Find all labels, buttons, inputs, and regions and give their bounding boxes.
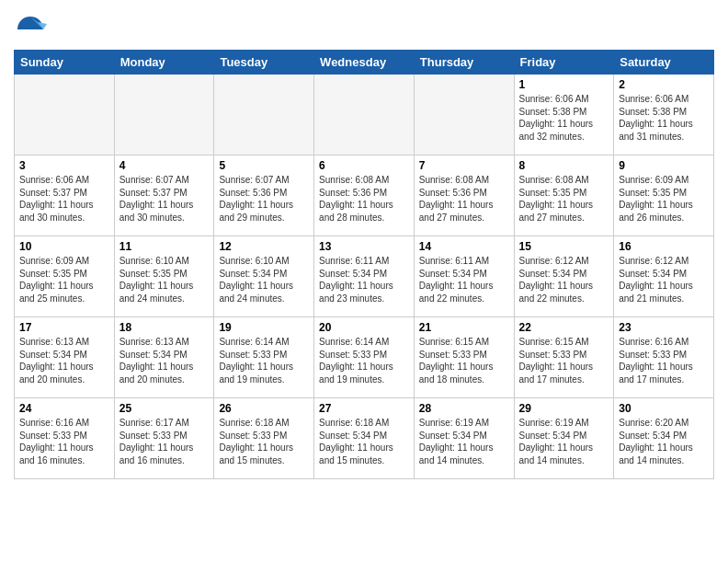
- weekday-header-thursday: Thursday: [414, 51, 514, 75]
- day-info: Sunrise: 6:08 AMSunset: 5:36 PMDaylight:…: [319, 174, 409, 224]
- day-cell: 26Sunrise: 6:18 AMSunset: 5:33 PMDayligh…: [214, 398, 314, 479]
- day-cell: 25Sunrise: 6:17 AMSunset: 5:33 PMDayligh…: [114, 398, 214, 479]
- day-cell: 7Sunrise: 6:08 AMSunset: 5:36 PMDaylight…: [414, 155, 514, 236]
- day-info: Sunrise: 6:06 AMSunset: 5:38 PMDaylight:…: [619, 93, 709, 143]
- day-info: Sunrise: 6:16 AMSunset: 5:33 PMDaylight:…: [619, 336, 709, 385]
- day-info: Sunrise: 6:06 AMSunset: 5:37 PMDaylight:…: [19, 174, 109, 224]
- day-cell: [114, 75, 214, 155]
- weekday-header-row: SundayMondayTuesdayWednesdayThursdayFrid…: [15, 51, 714, 75]
- day-number: 30: [619, 402, 709, 415]
- day-number: 2: [619, 78, 709, 91]
- day-info: Sunrise: 6:07 AMSunset: 5:37 PMDaylight:…: [119, 174, 210, 224]
- day-info: Sunrise: 6:11 AMSunset: 5:34 PMDaylight:…: [419, 255, 509, 304]
- day-number: 10: [19, 240, 109, 253]
- day-number: 26: [219, 402, 309, 415]
- day-cell: 3Sunrise: 6:06 AMSunset: 5:37 PMDaylight…: [15, 155, 115, 236]
- day-number: 9: [619, 159, 709, 172]
- calendar-table: SundayMondayTuesdayWednesdayThursdayFrid…: [14, 50, 714, 479]
- day-info: Sunrise: 6:19 AMSunset: 5:34 PMDaylight:…: [419, 417, 509, 466]
- calendar-page: SundayMondayTuesdayWednesdayThursdayFrid…: [0, 0, 728, 493]
- day-number: 14: [419, 240, 509, 253]
- day-number: 29: [519, 402, 609, 415]
- day-number: 4: [119, 159, 210, 172]
- day-info: Sunrise: 6:16 AMSunset: 5:33 PMDaylight:…: [19, 417, 109, 466]
- day-info: Sunrise: 6:14 AMSunset: 5:33 PMDaylight:…: [219, 336, 309, 385]
- day-cell: 21Sunrise: 6:15 AMSunset: 5:33 PMDayligh…: [414, 317, 514, 398]
- day-cell: 29Sunrise: 6:19 AMSunset: 5:34 PMDayligh…: [514, 398, 614, 479]
- day-number: 1: [519, 78, 609, 91]
- day-cell: 20Sunrise: 6:14 AMSunset: 5:33 PMDayligh…: [314, 317, 415, 398]
- day-cell: 11Sunrise: 6:10 AMSunset: 5:35 PMDayligh…: [114, 236, 214, 317]
- day-number: 13: [319, 240, 409, 253]
- day-cell: 5Sunrise: 6:07 AMSunset: 5:36 PMDaylight…: [214, 155, 314, 236]
- day-info: Sunrise: 6:15 AMSunset: 5:33 PMDaylight:…: [519, 336, 609, 385]
- day-info: Sunrise: 6:18 AMSunset: 5:34 PMDaylight:…: [319, 417, 409, 466]
- day-number: 18: [119, 321, 210, 334]
- day-cell: [414, 75, 514, 155]
- day-info: Sunrise: 6:10 AMSunset: 5:35 PMDaylight:…: [119, 255, 210, 304]
- day-cell: 6Sunrise: 6:08 AMSunset: 5:36 PMDaylight…: [314, 155, 415, 236]
- day-cell: 15Sunrise: 6:12 AMSunset: 5:34 PMDayligh…: [514, 236, 614, 317]
- day-number: 19: [219, 321, 309, 334]
- week-row-1: 1Sunrise: 6:06 AMSunset: 5:38 PMDaylight…: [15, 75, 714, 155]
- day-cell: 10Sunrise: 6:09 AMSunset: 5:35 PMDayligh…: [15, 236, 115, 317]
- day-info: Sunrise: 6:10 AMSunset: 5:34 PMDaylight:…: [219, 255, 309, 304]
- weekday-header-wednesday: Wednesday: [314, 51, 415, 75]
- week-row-5: 24Sunrise: 6:16 AMSunset: 5:33 PMDayligh…: [15, 398, 714, 479]
- day-info: Sunrise: 6:14 AMSunset: 5:33 PMDaylight:…: [319, 336, 409, 385]
- day-number: 27: [319, 402, 409, 415]
- day-info: Sunrise: 6:08 AMSunset: 5:36 PMDaylight:…: [419, 174, 509, 224]
- day-number: 11: [119, 240, 210, 253]
- header: [14, 9, 714, 42]
- day-number: 25: [119, 402, 210, 415]
- day-cell: 12Sunrise: 6:10 AMSunset: 5:34 PMDayligh…: [214, 236, 314, 317]
- day-number: 28: [419, 402, 509, 415]
- day-cell: 23Sunrise: 6:16 AMSunset: 5:33 PMDayligh…: [614, 317, 714, 398]
- logo: [14, 15, 51, 42]
- day-cell: 2Sunrise: 6:06 AMSunset: 5:38 PMDaylight…: [614, 75, 714, 155]
- day-cell: 8Sunrise: 6:08 AMSunset: 5:35 PMDaylight…: [514, 155, 614, 236]
- weekday-header-monday: Monday: [114, 51, 214, 75]
- day-number: 17: [19, 321, 109, 334]
- day-cell: 18Sunrise: 6:13 AMSunset: 5:34 PMDayligh…: [114, 317, 214, 398]
- day-info: Sunrise: 6:15 AMSunset: 5:33 PMDaylight:…: [419, 336, 509, 385]
- day-cell: [314, 75, 415, 155]
- day-cell: 14Sunrise: 6:11 AMSunset: 5:34 PMDayligh…: [414, 236, 514, 317]
- day-info: Sunrise: 6:17 AMSunset: 5:33 PMDaylight:…: [119, 417, 210, 466]
- day-info: Sunrise: 6:11 AMSunset: 5:34 PMDaylight:…: [319, 255, 409, 304]
- day-info: Sunrise: 6:12 AMSunset: 5:34 PMDaylight:…: [519, 255, 609, 304]
- day-info: Sunrise: 6:20 AMSunset: 5:34 PMDaylight:…: [619, 417, 709, 466]
- weekday-header-tuesday: Tuesday: [214, 51, 314, 75]
- day-cell: 16Sunrise: 6:12 AMSunset: 5:34 PMDayligh…: [614, 236, 714, 317]
- week-row-3: 10Sunrise: 6:09 AMSunset: 5:35 PMDayligh…: [15, 236, 714, 317]
- weekday-header-sunday: Sunday: [15, 51, 115, 75]
- day-info: Sunrise: 6:19 AMSunset: 5:34 PMDaylight:…: [519, 417, 609, 466]
- day-number: 15: [519, 240, 609, 253]
- day-info: Sunrise: 6:09 AMSunset: 5:35 PMDaylight:…: [619, 174, 709, 224]
- day-number: 6: [319, 159, 409, 172]
- day-cell: 9Sunrise: 6:09 AMSunset: 5:35 PMDaylight…: [614, 155, 714, 236]
- day-number: 23: [619, 321, 709, 334]
- day-info: Sunrise: 6:09 AMSunset: 5:35 PMDaylight:…: [19, 255, 109, 304]
- day-info: Sunrise: 6:08 AMSunset: 5:35 PMDaylight:…: [519, 174, 609, 224]
- day-cell: 22Sunrise: 6:15 AMSunset: 5:33 PMDayligh…: [514, 317, 614, 398]
- day-info: Sunrise: 6:13 AMSunset: 5:34 PMDaylight:…: [119, 336, 210, 385]
- day-cell: [15, 75, 115, 155]
- day-info: Sunrise: 6:18 AMSunset: 5:33 PMDaylight:…: [219, 417, 309, 466]
- day-number: 3: [19, 159, 109, 172]
- day-info: Sunrise: 6:12 AMSunset: 5:34 PMDaylight:…: [619, 255, 709, 304]
- day-cell: 27Sunrise: 6:18 AMSunset: 5:34 PMDayligh…: [314, 398, 415, 479]
- day-info: Sunrise: 6:13 AMSunset: 5:34 PMDaylight:…: [19, 336, 109, 385]
- day-cell: 28Sunrise: 6:19 AMSunset: 5:34 PMDayligh…: [414, 398, 514, 479]
- day-cell: 24Sunrise: 6:16 AMSunset: 5:33 PMDayligh…: [15, 398, 115, 479]
- day-number: 8: [519, 159, 609, 172]
- day-info: Sunrise: 6:07 AMSunset: 5:36 PMDaylight:…: [219, 174, 309, 224]
- day-cell: 13Sunrise: 6:11 AMSunset: 5:34 PMDayligh…: [314, 236, 415, 317]
- weekday-header-friday: Friday: [514, 51, 614, 75]
- week-row-4: 17Sunrise: 6:13 AMSunset: 5:34 PMDayligh…: [15, 317, 714, 398]
- day-cell: 30Sunrise: 6:20 AMSunset: 5:34 PMDayligh…: [614, 398, 714, 479]
- day-cell: [214, 75, 314, 155]
- day-number: 21: [419, 321, 509, 334]
- week-row-2: 3Sunrise: 6:06 AMSunset: 5:37 PMDaylight…: [15, 155, 714, 236]
- day-number: 24: [19, 402, 109, 415]
